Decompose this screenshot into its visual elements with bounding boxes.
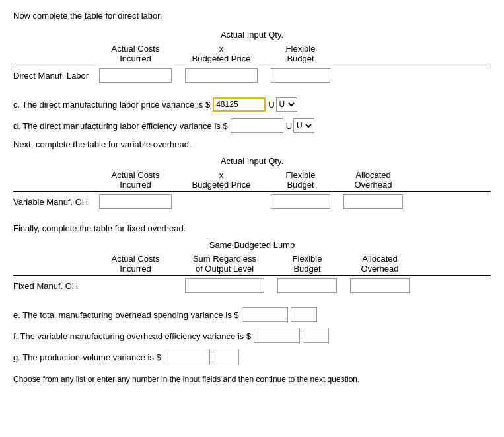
footer-note: Choose from any list or enter any number… bbox=[13, 375, 491, 384]
vo-col2-header: x Budgeted Price bbox=[178, 170, 264, 190]
intro-text: Now complete the table for direct labor. bbox=[13, 11, 491, 20]
variance-e-row: e. The total manufacturing overhead spen… bbox=[13, 307, 491, 322]
vo-input3[interactable] bbox=[271, 194, 330, 209]
vo-col4-header: Allocated Overhead bbox=[337, 170, 410, 190]
variable-oh-section: Next, complete the table for variable ov… bbox=[13, 139, 491, 212]
fixed-oh-title: Finally, complete the table for fixed ov… bbox=[13, 223, 491, 233]
dl-input2-cell bbox=[178, 68, 264, 83]
fixed-oh-section: Finally, complete the table for fixed ov… bbox=[13, 223, 491, 296]
variance-g-row: g. The production-volume variance is $ bbox=[13, 350, 491, 364]
variance-g-label: g. The production-volume variance is $ bbox=[13, 352, 161, 362]
fo-col2-header: Sum Regardless of Output Level bbox=[178, 254, 271, 274]
dl-row-label: Direct Manuf. Labor bbox=[13, 71, 92, 81]
dl-col3-header: Flexible Budget bbox=[264, 44, 337, 63]
variance-f-label: f. The variable manufacturing overhead e… bbox=[13, 331, 251, 341]
variance-e-input2[interactable] bbox=[291, 307, 317, 322]
fo-input3[interactable] bbox=[277, 278, 337, 293]
variance-d-label: d. The direct manufacturing labor effici… bbox=[13, 121, 228, 131]
dl-data-row: Direct Manuf. Labor bbox=[13, 65, 491, 85]
vo-input1-cell bbox=[92, 194, 178, 209]
dl-col2-header: x Budgeted Price bbox=[178, 44, 264, 63]
fo-input4[interactable] bbox=[350, 278, 410, 293]
fo-col4-header: Allocated Overhead bbox=[343, 254, 416, 274]
variance-f-row: f. The variable manufacturing overhead e… bbox=[13, 329, 491, 343]
vo-input1[interactable] bbox=[99, 194, 172, 209]
vo-data-row: Variable Manuf. OH bbox=[13, 191, 491, 212]
dl-main-header: Actual Input Qty. bbox=[13, 30, 491, 40]
variance-c-u-label: U bbox=[268, 100, 274, 110]
direct-labor-section: Actual Input Qty. Actual Costs Incurred … bbox=[13, 30, 491, 85]
variance-c-dropdown[interactable]: U F bbox=[276, 97, 297, 112]
dl-input3[interactable] bbox=[271, 68, 330, 83]
variance-d-row: d. The direct manufacturing labor effici… bbox=[13, 118, 491, 133]
variance-e-input1[interactable] bbox=[242, 307, 288, 322]
dl-input2[interactable] bbox=[185, 68, 258, 83]
fo-row-label: Fixed Manuf. OH bbox=[13, 281, 92, 291]
dl-input1-cell bbox=[92, 68, 178, 83]
variance-c-input[interactable] bbox=[213, 97, 266, 112]
vo-col3-header: Flexible Budget bbox=[264, 170, 337, 190]
variance-f-input1[interactable] bbox=[254, 329, 300, 343]
fo-input3-cell bbox=[271, 278, 343, 293]
variance-f-input2[interactable] bbox=[303, 329, 329, 343]
vo-col-headers: Actual Costs Incurred x Budgeted Price F… bbox=[92, 170, 491, 190]
fo-col3-header: Flexible Budget bbox=[271, 254, 343, 274]
vo-row-label: Variable Manuf. OH bbox=[13, 197, 92, 207]
dl-col1-header: Actual Costs Incurred bbox=[92, 44, 178, 63]
dl-input1[interactable] bbox=[99, 68, 172, 83]
fo-input2[interactable] bbox=[185, 278, 264, 293]
fo-data-row: Fixed Manuf. OH bbox=[13, 275, 491, 296]
vo-input4-cell bbox=[337, 194, 410, 209]
dl-col-headers: Actual Costs Incurred x Budgeted Price F… bbox=[92, 44, 491, 63]
variance-g-input1[interactable] bbox=[164, 350, 210, 364]
vo-main-header: Actual Input Qty. bbox=[13, 156, 491, 166]
variance-c-row: c. The direct manufacturing labor price … bbox=[13, 97, 491, 112]
dl-input3-cell bbox=[264, 68, 337, 83]
fo-input2-cell bbox=[178, 278, 271, 293]
fo-input4-cell bbox=[343, 278, 416, 293]
variance-d-dropdown[interactable]: U F bbox=[293, 118, 314, 133]
fo-col1-header: Actual Costs Incurred bbox=[92, 254, 178, 274]
vo-col1-header: Actual Costs Incurred bbox=[92, 170, 178, 190]
variance-d-u-label: U bbox=[286, 121, 292, 131]
variance-d-input[interactable] bbox=[231, 118, 283, 133]
variance-e-label: e. The total manufacturing overhead spen… bbox=[13, 310, 239, 320]
variance-g-input2[interactable] bbox=[213, 350, 239, 364]
fo-main-header: Same Budgeted Lump bbox=[13, 240, 491, 250]
vo-input3-cell bbox=[264, 194, 337, 209]
variance-c-label: c. The direct manufacturing labor price … bbox=[13, 100, 210, 110]
fo-col-headers: Actual Costs Incurred Sum Regardless of … bbox=[92, 254, 491, 274]
variable-oh-title: Next, complete the table for variable ov… bbox=[13, 139, 491, 149]
vo-input4[interactable] bbox=[343, 194, 403, 209]
